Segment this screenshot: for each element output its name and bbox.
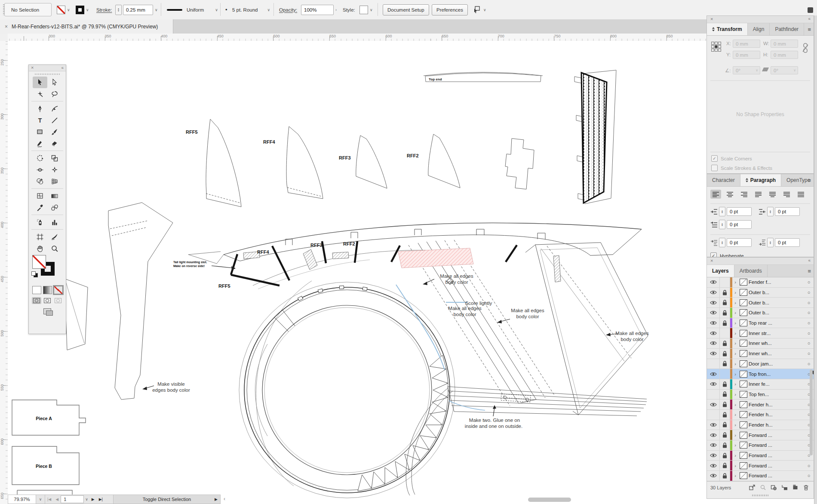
- layer-thumbnail[interactable]: [740, 320, 747, 326]
- visibility-toggle[interactable]: [707, 328, 720, 338]
- transform-panel-header[interactable]: × «: [707, 16, 814, 23]
- layer-row[interactable]: › Inner fe... ○: [707, 379, 814, 390]
- layer-name[interactable]: Fender h...: [749, 412, 804, 417]
- eraser-tool[interactable]: [47, 138, 62, 149]
- layer-thumbnail[interactable]: [740, 452, 747, 459]
- layer-row[interactable]: › Top fen... ○: [707, 390, 814, 400]
- lock-toggle[interactable]: [720, 369, 730, 379]
- layer-name[interactable]: Top fron...: [749, 372, 804, 377]
- left-indent-field[interactable]: ▲▼ 0 pt: [710, 207, 752, 216]
- layer-name[interactable]: Inner wh...: [749, 341, 804, 346]
- close-tools-icon[interactable]: ×: [31, 65, 34, 71]
- layer-row[interactable]: › Fender h... ○: [707, 400, 814, 410]
- collapse-tools-icon[interactable]: «: [61, 65, 64, 71]
- layer-name[interactable]: Forward ...: [749, 443, 804, 448]
- layer-name[interactable]: Forward ...: [749, 463, 804, 468]
- visibility-toggle[interactable]: [707, 308, 720, 318]
- checkbox-checked-icon[interactable]: ✓: [710, 252, 717, 257]
- artboard-tool[interactable]: [33, 231, 47, 243]
- x-input[interactable]: 0 mm: [733, 40, 760, 48]
- space-after-field[interactable]: ▲▼ 0 pt: [759, 238, 800, 247]
- checkbox-unchecked-icon[interactable]: [711, 165, 718, 171]
- rff-pieces[interactable]: [206, 119, 534, 207]
- opacity-input[interactable]: 100%: [301, 5, 334, 15]
- lock-toggle[interactable]: [720, 430, 730, 440]
- rff2-piece-label[interactable]: RFF2: [407, 153, 419, 158]
- stroke-weight-label[interactable]: Stroke:: [96, 7, 112, 12]
- gradient-button[interactable]: [43, 286, 52, 294]
- gradient-tool[interactable]: [47, 190, 62, 202]
- lock-toggle[interactable]: [720, 420, 730, 430]
- make-edges-3-line2[interactable]: body color: [516, 314, 539, 319]
- first-line-indent-field[interactable]: ▲▼ 0 pt: [710, 220, 752, 229]
- lock-toggle[interactable]: [720, 390, 730, 400]
- lock-toggle[interactable]: [720, 400, 730, 409]
- right-indent-input[interactable]: 0 pt: [775, 207, 800, 216]
- lock-toggle[interactable]: [720, 338, 730, 348]
- artboard-canvas[interactable]: Top end RFF5: [8, 41, 706, 504]
- artwork[interactable]: Top end RFF5: [8, 41, 706, 504]
- expand-layer-icon[interactable]: ›: [732, 412, 738, 417]
- target-circle-icon[interactable]: ○: [804, 300, 814, 305]
- align-left-button[interactable]: [710, 190, 721, 199]
- isolate-dropdown-icon[interactable]: ∨: [483, 8, 486, 12]
- make-edges-4-line2[interactable]: body color: [620, 337, 643, 342]
- layer-name[interactable]: Outer b...: [749, 300, 804, 305]
- make-clipping-mask-icon[interactable]: [771, 484, 777, 492]
- paintbrush-tool[interactable]: [47, 126, 62, 138]
- tab-layers[interactable]: Layers: [707, 265, 734, 277]
- expand-layer-icon[interactable]: ›: [732, 453, 738, 458]
- layer-row[interactable]: › Top fron... ○: [707, 369, 814, 379]
- stroke-profile-dropdown-icon[interactable]: ∨: [215, 8, 218, 12]
- stepper-icon[interactable]: ▲▼: [719, 220, 725, 229]
- layer-name[interactable]: Outer b...: [749, 290, 804, 295]
- layer-thumbnail[interactable]: [740, 401, 747, 408]
- status-display[interactable]: Toggle Direct Selection ▶: [113, 495, 221, 504]
- wheel-arch-rings[interactable]: [239, 281, 455, 498]
- change-screen-mode-icon[interactable]: [29, 308, 66, 314]
- layer-row[interactable]: › Fender f... ○: [707, 277, 814, 288]
- expand-layer-icon[interactable]: ›: [732, 290, 738, 295]
- constrain-proportions-icon[interactable]: [802, 43, 809, 55]
- visibility-toggle[interactable]: [707, 471, 720, 481]
- stroke-weight-dropdown-icon[interactable]: ∨: [155, 8, 158, 12]
- layer-row[interactable]: › Outer b... ○: [707, 308, 814, 318]
- magic-wand-tool[interactable]: [33, 88, 47, 100]
- hand-tool[interactable]: [33, 243, 47, 254]
- target-circle-icon[interactable]: ○: [804, 341, 814, 346]
- zoom-tool[interactable]: [47, 243, 62, 254]
- visibility-toggle[interactable]: [707, 379, 720, 389]
- expand-layer-icon[interactable]: ›: [732, 300, 738, 305]
- document-tab[interactable]: × M-Rear-Fenders-v12-BITS.ai* @ 79.97% (…: [0, 19, 173, 34]
- rff4-piece-label[interactable]: RFF4: [263, 139, 275, 144]
- puppet-warp-tool[interactable]: [47, 164, 62, 175]
- tab-transform[interactable]: Transform: [707, 23, 748, 35]
- lock-toggle[interactable]: [720, 277, 730, 287]
- locate-object-icon[interactable]: [760, 484, 766, 492]
- lock-toggle[interactable]: [720, 451, 730, 461]
- stroke-profile-value[interactable]: Uniform: [187, 7, 204, 12]
- expand-layer-icon[interactable]: ›: [732, 392, 738, 397]
- rff3-main-label[interactable]: RFF3: [310, 243, 322, 248]
- pink-hatched-area[interactable]: [398, 248, 473, 268]
- rff5-main-label[interactable]: RFF5: [218, 283, 230, 289]
- target-circle-icon[interactable]: ○: [804, 280, 814, 285]
- layer-name[interactable]: Outer b...: [749, 310, 804, 315]
- lock-toggle[interactable]: [720, 298, 730, 307]
- dock-toggle-icon[interactable]: [808, 7, 813, 13]
- tools-panel-header[interactable]: × «: [29, 65, 66, 71]
- brush-definition-value[interactable]: 5 pt. Round: [232, 7, 258, 12]
- panel-resize-grip[interactable]: [752, 495, 769, 496]
- layer-thumbnail[interactable]: [740, 421, 747, 428]
- expand-layer-icon[interactable]: ›: [732, 280, 738, 285]
- visibility-toggle[interactable]: [707, 451, 720, 461]
- expand-layer-icon[interactable]: ›: [732, 372, 738, 377]
- piece-a[interactable]: Piece A: [12, 400, 86, 435]
- make-edges-1-line2[interactable]: body color: [445, 280, 468, 285]
- document-setup-button[interactable]: Document Setup: [383, 4, 429, 15]
- score-lightly-note[interactable]: Score lightly: [465, 301, 492, 306]
- layer-thumbnail[interactable]: [740, 289, 747, 296]
- rff2-main-label[interactable]: RFF2: [343, 241, 355, 246]
- expand-layer-icon[interactable]: ›: [732, 463, 738, 468]
- default-fill-stroke-icon[interactable]: [31, 271, 37, 277]
